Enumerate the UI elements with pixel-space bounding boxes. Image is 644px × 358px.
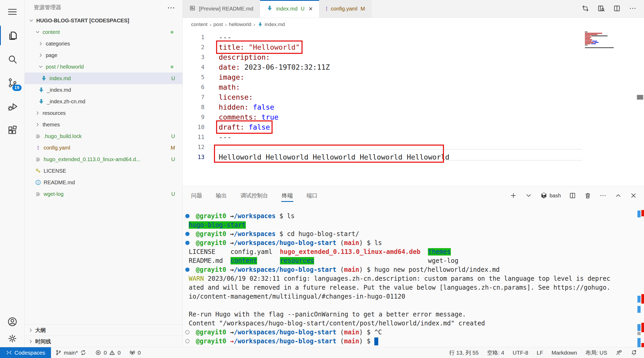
activity-item-search[interactable] [0, 47, 25, 71]
tree-item--index-md[interactable]: _index.md [25, 84, 182, 96]
tree-root-folder[interactable]: HUGO-BLOG-START [CODESPACES] [25, 15, 182, 26]
feedback-icon [616, 349, 622, 356]
more-actions-icon[interactable] [629, 4, 637, 13]
status-keyboard-layout[interactable]: 布局: US [581, 347, 611, 358]
annotated-code-text: draft: false [219, 123, 270, 131]
breadcrumb-item-post[interactable]: post [213, 22, 223, 27]
status-eol[interactable]: LF [533, 347, 548, 358]
code-line-1[interactable]: 1--- [183, 32, 644, 42]
new-terminal-icon[interactable] [510, 192, 517, 199]
code-area[interactable]: 1---2title: "Helloworld"3description:4da… [183, 31, 644, 162]
open-preview-side-icon[interactable] [597, 4, 605, 13]
tree-item-label: hugo_extended_0.113.0_linux-amd64.d... [44, 156, 140, 162]
shell-badge[interactable]: bash [540, 192, 561, 199]
tree-item-config-yaml[interactable]: !config.yamlM [25, 142, 182, 154]
code-line-10[interactable]: 10draft: false [183, 122, 644, 132]
code-line-5[interactable]: 5image: [183, 72, 644, 82]
code-line-6[interactable]: 6math: [183, 82, 644, 92]
tab-label: config.yaml [331, 6, 357, 12]
status-language-mode[interactable]: Markdown [547, 347, 581, 358]
sidebar-section-大纲[interactable]: 大纲 [25, 324, 182, 336]
breadcrumb-item-helloworld[interactable]: helloworld [229, 22, 252, 27]
panel-tab-调试控制台[interactable]: 调试控制台 [240, 188, 269, 203]
status-branch-status[interactable]: main* [51, 347, 91, 358]
tree-item-readme-md[interactable]: README.md [25, 177, 182, 188]
tree-item-wget-log[interactable]: wget-logU [25, 188, 182, 200]
sidebar-more-icon[interactable]: ⋯ [167, 3, 176, 12]
breadcrumb-item-content[interactable]: content [191, 22, 207, 27]
overview-mark [637, 344, 641, 347]
status-indentation[interactable]: 空格: 4 [483, 347, 508, 358]
activity-item-explorer[interactable] [0, 24, 25, 47]
code-text: --- [219, 133, 232, 141]
tree-item--hugo-build-lock[interactable]: .hugo_build.lockU [25, 130, 182, 142]
tree-item-hugo-extended-0-113-0-linux-amd64-d-[interactable]: hugo_extended_0.113.0_linux-amd64.d...U [25, 154, 182, 165]
code-line-9[interactable]: 9comments: true [183, 112, 644, 122]
tree-item-resources[interactable]: resources [25, 107, 182, 119]
code-line-2[interactable]: 2title: "Helloworld" [183, 42, 644, 52]
tree-item-label: post / helloworld [46, 64, 84, 70]
kill-terminal-icon[interactable] [584, 192, 591, 199]
status-right: 行 13, 列 55空格: 4UTF-8LFMarkdown布局: US [445, 347, 644, 358]
compare-changes-icon[interactable] [581, 4, 589, 13]
code-line-4[interactable]: 4date: 2023-06-19T02:32:11Z [183, 62, 644, 72]
code-line-8[interactable]: 8hidden: false [183, 102, 644, 112]
panel-more-icon[interactable] [599, 192, 607, 199]
sidebar-section-时间线[interactable]: 时间线 [25, 336, 182, 347]
tab-config-yaml[interactable]: !config.yamlM [319, 0, 372, 18]
tree-item-categories[interactable]: categories [25, 38, 182, 49]
tree-item-themes[interactable]: themes [25, 119, 182, 130]
minimap-row [585, 33, 619, 34]
panel-tab-终端[interactable]: 终端 [281, 188, 293, 203]
status-notifications[interactable] [626, 347, 641, 358]
maximize-panel-icon[interactable] [615, 192, 622, 199]
status-encoding[interactable]: UTF-8 [508, 347, 533, 358]
tab--preview-readme-md[interactable]: [Preview] README.md [183, 0, 260, 18]
terminal-dropdown-icon[interactable] [525, 192, 532, 199]
chevron-right-icon [35, 122, 40, 127]
terminal[interactable]: @grayit0 →/workspaces $ lshugo-blog-star… [183, 205, 644, 347]
tab-index-md[interactable]: index.mdU× [260, 0, 319, 18]
code-line-7[interactable]: 7license: [183, 92, 644, 102]
activity-item-account[interactable] [0, 313, 25, 330]
panel-tab-端口[interactable]: 端口 [306, 188, 318, 203]
status-feedback[interactable] [611, 347, 626, 358]
code-line-11[interactable]: 11--- [183, 132, 644, 142]
close-icon [630, 192, 637, 199]
overview-mark [641, 294, 644, 304]
activity-item-menu[interactable] [0, 0, 25, 24]
activity-item-source-control[interactable]: 19 [0, 71, 25, 95]
status-remote-indicator[interactable]: Codespaces [0, 347, 51, 358]
panel-tab-输出[interactable]: 输出 [215, 188, 227, 203]
tree-item-license[interactable]: LICENSE [25, 165, 182, 177]
status-cursor-position[interactable]: 行 13, 列 55 [445, 347, 483, 358]
tree-item-index-md[interactable]: index.mdU [25, 73, 182, 84]
tree-item-content[interactable]: content [25, 26, 182, 38]
split-terminal-icon[interactable] [569, 192, 576, 199]
minimap-seg [585, 32, 587, 32]
overview-mark [641, 323, 644, 332]
code-text: --- [219, 33, 232, 41]
terminal-line-15: @grayit0 →/workspaces/hugo-blog-start (m… [183, 337, 644, 346]
activity-item-extensions[interactable] [0, 118, 25, 142]
status-problems[interactable]: 00 [91, 347, 125, 358]
panel-tab-问题[interactable]: 问题 [191, 188, 203, 203]
tree-item-page[interactable]: page [25, 49, 182, 61]
split-editor-icon[interactable] [613, 4, 621, 13]
sync-icon [80, 349, 86, 356]
overview-mark [637, 211, 641, 217]
code-line-3[interactable]: 3description: [183, 52, 644, 62]
tree-item-post-helloworld[interactable]: post / helloworld [25, 61, 182, 73]
tree-item--index-zh-cn-md[interactable]: _index.zh-cn.md [25, 96, 182, 107]
activity-item-settings[interactable] [0, 330, 25, 347]
close-icon[interactable]: × [309, 5, 313, 13]
status-forwarded-ports[interactable]: 0 [125, 347, 145, 358]
editor-view[interactable]: 1---2title: "Helloworld"3description:4da… [183, 31, 644, 186]
minimap[interactable] [585, 32, 619, 49]
panel-actions: bash [510, 192, 637, 199]
breadcrumb-label: content [191, 22, 207, 27]
breadcrumb-item-index.md[interactable]: index.md [257, 22, 285, 27]
status-label: 行 13, 列 55 [449, 349, 479, 356]
close-panel-icon[interactable] [630, 192, 637, 199]
activity-item-run-debug[interactable] [0, 95, 25, 118]
